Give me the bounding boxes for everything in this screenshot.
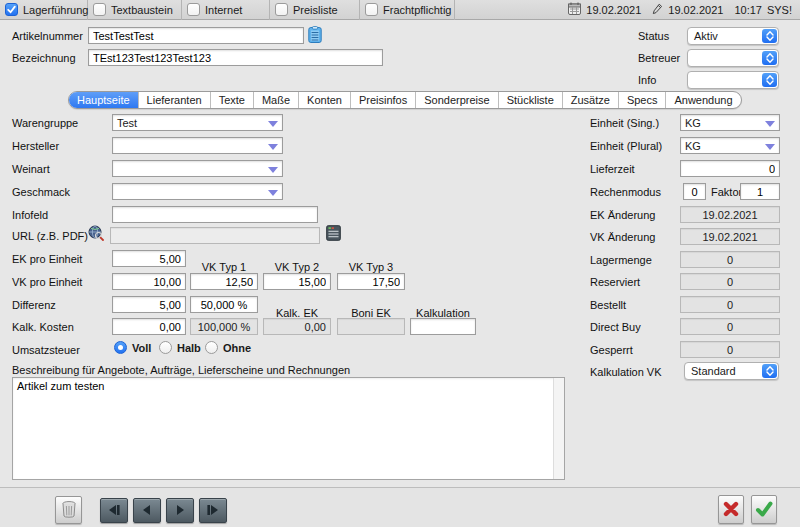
kalkulation-vk-popup[interactable]: Standard — [684, 362, 779, 380]
kalkulation-vk-value: Standard — [691, 365, 736, 377]
last-record-button[interactable] — [199, 498, 227, 523]
checkbox-group-preisliste[interactable]: Preisliste — [270, 0, 360, 20]
kalkulation-vk-label: Kalkulation VK — [590, 366, 662, 378]
kalk-kosten-input[interactable] — [112, 318, 186, 335]
rechenmodus-label: Rechenmodus — [590, 186, 661, 198]
tab-sonderpreise[interactable]: Sonderpreise — [416, 92, 498, 108]
vk-typ2-input[interactable] — [263, 273, 331, 290]
globe-search-icon[interactable] — [88, 225, 104, 243]
combo-arrow-icon — [268, 167, 278, 173]
preisliste-label: Preisliste — [293, 4, 338, 16]
modified-date: 19.02.2021 — [668, 4, 723, 16]
tab-hauptseite[interactable]: Hauptseite — [69, 92, 139, 108]
green-check-icon — [755, 500, 773, 520]
first-record-button[interactable] — [100, 498, 128, 523]
vk-aenderung-label: VK Änderung — [590, 231, 655, 243]
tab-stueckliste[interactable]: Stückliste — [499, 92, 563, 108]
clipboard-list-icon[interactable] — [308, 26, 322, 45]
cancel-button[interactable] — [718, 495, 744, 524]
radio-icon — [159, 341, 172, 354]
delete-button[interactable] — [55, 496, 82, 524]
vk-typ1-input[interactable] — [190, 273, 258, 290]
betreuer-popup[interactable] — [687, 49, 779, 67]
lieferzeit-input[interactable] — [680, 160, 780, 177]
combo-arrow-icon — [765, 121, 775, 127]
info-popup[interactable] — [687, 71, 779, 89]
artikelnummer-label: Artikelnummer — [12, 30, 83, 42]
combo-arrow-icon — [765, 144, 775, 150]
first-record-icon — [107, 504, 121, 518]
confirm-button[interactable] — [751, 495, 777, 524]
hersteller-combo[interactable] — [112, 137, 283, 154]
combo-arrow-icon — [268, 190, 278, 196]
vk-pro-einheit-label: VK pro Einheit — [12, 276, 82, 288]
preisliste-checkbox[interactable] — [275, 3, 288, 16]
vk-typ2-header: VK Typ 2 — [263, 261, 331, 273]
notes-icon[interactable] — [326, 225, 341, 243]
tab-masse[interactable]: Maße — [254, 92, 299, 108]
frachtpflichtig-checkbox[interactable] — [365, 3, 378, 16]
direct-buy-value: 0 — [680, 318, 780, 335]
lagerfuehrung-checkbox[interactable] — [5, 3, 18, 16]
umsatzsteuer-voll-radio[interactable]: Voll — [114, 341, 151, 354]
ohne-label: Ohne — [223, 342, 251, 354]
differenz-percent-input[interactable] — [190, 296, 258, 313]
bestellt-value: 0 — [680, 296, 780, 313]
differenz-input[interactable] — [112, 296, 186, 313]
artikelnummer-input[interactable] — [88, 27, 304, 44]
bezeichnung-input[interactable] — [88, 49, 383, 66]
internet-label: Internet — [205, 4, 242, 16]
einheit-plural-combo[interactable]: KG — [680, 137, 780, 154]
checkbox-group-lagerfuehrung[interactable]: Lagerführung — [0, 0, 88, 20]
ek-pro-einheit-label: EK pro Einheit — [12, 253, 82, 265]
kalkulation-input[interactable] — [410, 318, 476, 335]
tab-preisinfos[interactable]: Preisinfos — [351, 92, 416, 108]
vk-pro-einheit-input[interactable] — [112, 273, 186, 290]
previous-record-icon — [141, 504, 153, 518]
status-popup[interactable]: Aktiv — [687, 27, 779, 45]
beschreibung-textarea[interactable]: Artikel zum testen — [13, 378, 553, 479]
umsatzsteuer-ohne-radio[interactable]: Ohne — [205, 341, 251, 354]
weinart-label: Weinart — [12, 163, 50, 175]
reserviert-label: Reserviert — [590, 276, 640, 288]
tab-specs[interactable]: Specs — [619, 92, 667, 108]
faktor-input[interactable] — [740, 183, 780, 200]
beschreibung-field: Artikel zum testen — [12, 377, 565, 480]
ek-pro-einheit-input[interactable] — [112, 250, 186, 267]
top-toolbar: Lagerführung Textbaustein Internet Preis… — [0, 0, 800, 20]
vk-typ3-input[interactable] — [337, 273, 405, 290]
einheit-plural-label: Einheit (Plural) — [590, 140, 662, 152]
infofeld-input[interactable] — [112, 206, 318, 223]
umsatzsteuer-label: Umsatzsteuer — [12, 344, 80, 356]
geschmack-label: Geschmack — [12, 186, 70, 198]
tab-texte[interactable]: Texte — [211, 92, 254, 108]
rechenmodus-input[interactable] — [683, 183, 706, 200]
kalk-kosten-label: Kalk. Kosten — [12, 321, 74, 333]
previous-record-button[interactable] — [133, 498, 161, 523]
geschmack-combo[interactable] — [112, 183, 283, 200]
warengruppe-combo[interactable]: Test — [112, 114, 283, 131]
tab-zusaetze[interactable]: Zusätze — [563, 92, 619, 108]
kalk-kosten-percent: 100,000 % — [190, 318, 258, 335]
checkbox-group-frachtpflichtig[interactable]: Frachtpflichtig — [360, 0, 455, 20]
tab-lieferanten[interactable]: Lieferanten — [139, 92, 211, 108]
popup-stepper-icon — [762, 29, 777, 43]
lagerfuehrung-label: Lagerführung — [23, 4, 88, 16]
internet-checkbox[interactable] — [187, 3, 200, 16]
gesperrt-value: 0 — [680, 341, 780, 358]
halb-label: Halb — [177, 342, 201, 354]
checkbox-group-textbaustein[interactable]: Textbaustein — [88, 0, 182, 20]
weinart-combo[interactable] — [112, 160, 283, 177]
lieferzeit-label: Lieferzeit — [590, 163, 635, 175]
textbaustein-checkbox[interactable] — [93, 3, 106, 16]
einheit-sing-combo[interactable]: KG — [680, 114, 780, 131]
tab-konten[interactable]: Konten — [299, 92, 351, 108]
tab-anwendung[interactable]: Anwendung — [666, 92, 740, 108]
red-cross-icon — [722, 500, 740, 520]
popup-stepper-icon — [762, 364, 777, 378]
umsatzsteuer-halb-radio[interactable]: Halb — [159, 341, 201, 354]
warengruppe-value: Test — [117, 117, 137, 129]
next-record-button[interactable] — [166, 498, 194, 523]
textarea-scrollbar[interactable] — [553, 378, 564, 479]
checkbox-group-internet[interactable]: Internet — [182, 0, 270, 20]
